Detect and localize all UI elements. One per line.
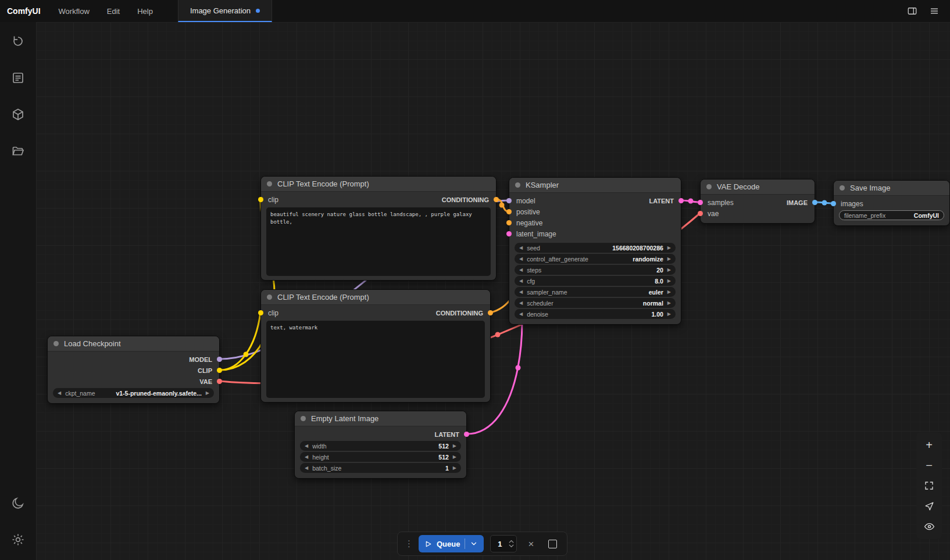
output-port-vae[interactable] bbox=[217, 379, 222, 384]
decrement-arrow-icon[interactable]: ◀ bbox=[519, 268, 523, 272]
output-port-latent[interactable] bbox=[678, 198, 684, 203]
batch-count-input[interactable]: 1 bbox=[490, 535, 517, 552]
fit-view-button[interactable] bbox=[920, 478, 938, 494]
sidebar-toggle-button[interactable] bbox=[903, 2, 921, 20]
decrement-arrow-icon[interactable]: ◀ bbox=[58, 391, 61, 396]
widget-batch-size[interactable]: ◀ batch_size 1 ▶ bbox=[300, 463, 461, 473]
output-port-conditioning[interactable] bbox=[488, 310, 493, 315]
decrement-arrow-icon[interactable]: ◀ bbox=[519, 301, 523, 306]
increment-arrow-icon[interactable]: ▶ bbox=[667, 301, 671, 306]
decrement-arrow-icon[interactable]: ◀ bbox=[519, 279, 523, 283]
zoom-in-button[interactable]: + bbox=[920, 437, 938, 453]
input-port-clip[interactable] bbox=[258, 310, 263, 315]
node-vae-decode[interactable]: VAE Decode samples IMAGE vae bbox=[700, 179, 815, 224]
tab-image-generation[interactable]: Image Generation bbox=[178, 0, 272, 22]
widget-denoise[interactable]: ◀ denoise 1.00 ▶ bbox=[515, 309, 676, 319]
increment-arrow-icon[interactable]: ▶ bbox=[453, 466, 456, 471]
output-port-model[interactable] bbox=[217, 357, 222, 362]
collapse-dot-icon[interactable] bbox=[840, 185, 845, 191]
collapse-dot-icon[interactable] bbox=[706, 184, 712, 189]
chevron-down-icon[interactable] bbox=[470, 540, 478, 548]
input-port-negative[interactable] bbox=[506, 220, 512, 225]
widget-filename-prefix[interactable]: filename_prefix ComfyUI bbox=[839, 210, 944, 220]
increment-arrow-icon[interactable]: ▶ bbox=[667, 257, 671, 261]
increment-arrow-icon[interactable]: ▶ bbox=[667, 312, 671, 317]
input-port-vae[interactable] bbox=[698, 211, 703, 216]
widget-width[interactable]: ◀ width 512 ▶ bbox=[300, 441, 461, 451]
settings-button[interactable] bbox=[6, 527, 30, 552]
clear-queue-button[interactable] bbox=[545, 536, 560, 551]
toggle-links-button[interactable] bbox=[920, 518, 938, 534]
increment-arrow-icon[interactable]: ▶ bbox=[667, 268, 671, 272]
widget-sampler-name[interactable]: ◀ sampler_name euler ▶ bbox=[515, 287, 676, 297]
input-port-model[interactable] bbox=[506, 198, 512, 203]
decrement-arrow-icon[interactable]: ◀ bbox=[519, 246, 523, 250]
menu-edit[interactable]: Edit bbox=[98, 0, 128, 22]
collapse-dot-icon[interactable] bbox=[301, 416, 306, 421]
node-clip-text-encode-negative[interactable]: CLIP Text Encode (Prompt) clip CONDITION… bbox=[260, 289, 491, 403]
workflows-button[interactable] bbox=[6, 139, 30, 163]
collapse-dot-icon[interactable] bbox=[53, 341, 59, 346]
input-port-samples[interactable] bbox=[698, 200, 703, 205]
output-port-latent[interactable] bbox=[464, 432, 469, 437]
collapse-dot-icon[interactable] bbox=[515, 182, 520, 188]
input-port-clip[interactable] bbox=[258, 197, 263, 202]
node-header[interactable]: CLIP Text Encode (Prompt) bbox=[261, 290, 490, 305]
node-load-checkpoint[interactable]: Load Checkpoint MODEL CLIP VAE ◀ ckpt_na… bbox=[47, 336, 220, 404]
interrupt-button[interactable]: × bbox=[523, 536, 538, 551]
increment-arrow-icon[interactable]: ▶ bbox=[667, 246, 671, 250]
queue-history-button[interactable] bbox=[6, 29, 30, 53]
increment-arrow-icon[interactable]: ▶ bbox=[453, 455, 456, 460]
model-library-button[interactable] bbox=[6, 102, 30, 127]
widget-scheduler[interactable]: ◀ scheduler normal ▶ bbox=[515, 298, 676, 308]
queue-button[interactable]: Queue bbox=[419, 535, 484, 552]
chevron-up-icon[interactable] bbox=[509, 540, 514, 543]
prompt-textarea[interactable]: text, watermark bbox=[266, 321, 485, 398]
node-header[interactable]: Empty Latent Image bbox=[295, 411, 466, 426]
main-menu-button[interactable] bbox=[926, 2, 943, 20]
node-header[interactable]: KSampler bbox=[509, 178, 681, 193]
collapse-dot-icon[interactable] bbox=[267, 295, 272, 300]
decrement-arrow-icon[interactable]: ◀ bbox=[519, 290, 523, 295]
node-header[interactable]: VAE Decode bbox=[701, 180, 815, 195]
zoom-out-button[interactable]: − bbox=[920, 457, 938, 473]
decrement-arrow-icon[interactable]: ◀ bbox=[305, 455, 308, 460]
input-port-positive[interactable] bbox=[506, 209, 512, 214]
decrement-arrow-icon[interactable]: ◀ bbox=[305, 466, 308, 471]
increment-arrow-icon[interactable]: ▶ bbox=[206, 391, 209, 396]
node-header[interactable]: CLIP Text Encode (Prompt) bbox=[261, 177, 496, 192]
node-header[interactable]: Save Image bbox=[834, 181, 949, 196]
node-save-image[interactable]: Save Image images filename_prefix ComfyU… bbox=[833, 180, 950, 226]
widget-control-after-generate[interactable]: ◀ control_after_generate randomize ▶ bbox=[515, 254, 676, 264]
increment-arrow-icon[interactable]: ▶ bbox=[667, 279, 671, 283]
select-mode-button[interactable] bbox=[920, 498, 938, 514]
widget-steps[interactable]: ◀ steps 20 ▶ bbox=[515, 265, 676, 275]
decrement-arrow-icon[interactable]: ◀ bbox=[519, 257, 523, 261]
input-port-latent-image[interactable] bbox=[506, 231, 512, 236]
node-library-button[interactable] bbox=[6, 66, 30, 90]
node-canvas[interactable]: Load Checkpoint MODEL CLIP VAE ◀ ckpt_na… bbox=[36, 22, 950, 560]
drag-handle-icon[interactable]: ⋮ bbox=[405, 539, 412, 549]
decrement-arrow-icon[interactable]: ◀ bbox=[519, 312, 523, 317]
menu-workflow[interactable]: Workflow bbox=[50, 0, 98, 22]
input-port-images[interactable] bbox=[831, 201, 836, 206]
output-port-image[interactable] bbox=[812, 200, 817, 205]
node-header[interactable]: Load Checkpoint bbox=[48, 336, 219, 351]
node-ksampler[interactable]: KSampler model LATENT positive negative … bbox=[509, 177, 681, 325]
node-clip-text-encode-positive[interactable]: CLIP Text Encode (Prompt) clip CONDITION… bbox=[260, 176, 497, 281]
increment-arrow-icon[interactable]: ▶ bbox=[453, 444, 456, 448]
widget-ckpt-name[interactable]: ◀ ckpt_name v1-5-pruned-emaonly.safete..… bbox=[53, 388, 214, 398]
prompt-textarea[interactable]: beautiful scenery nature glass bottle la… bbox=[266, 207, 491, 276]
decrement-arrow-icon[interactable]: ◀ bbox=[305, 444, 308, 448]
widget-cfg[interactable]: ◀ cfg 8.0 ▶ bbox=[515, 276, 676, 286]
output-port-clip[interactable] bbox=[217, 368, 222, 373]
node-empty-latent-image[interactable]: Empty Latent Image LATENT ◀ width 512 ▶ … bbox=[294, 411, 467, 479]
theme-toggle-button[interactable] bbox=[6, 491, 30, 515]
menu-help[interactable]: Help bbox=[128, 0, 162, 22]
chevron-down-icon[interactable] bbox=[509, 544, 514, 548]
widget-height[interactable]: ◀ height 512 ▶ bbox=[300, 452, 461, 462]
collapse-dot-icon[interactable] bbox=[267, 181, 272, 186]
increment-arrow-icon[interactable]: ▶ bbox=[667, 290, 671, 295]
output-port-conditioning[interactable] bbox=[494, 197, 499, 202]
widget-seed[interactable]: ◀ seed 156680208700286 ▶ bbox=[515, 243, 676, 253]
